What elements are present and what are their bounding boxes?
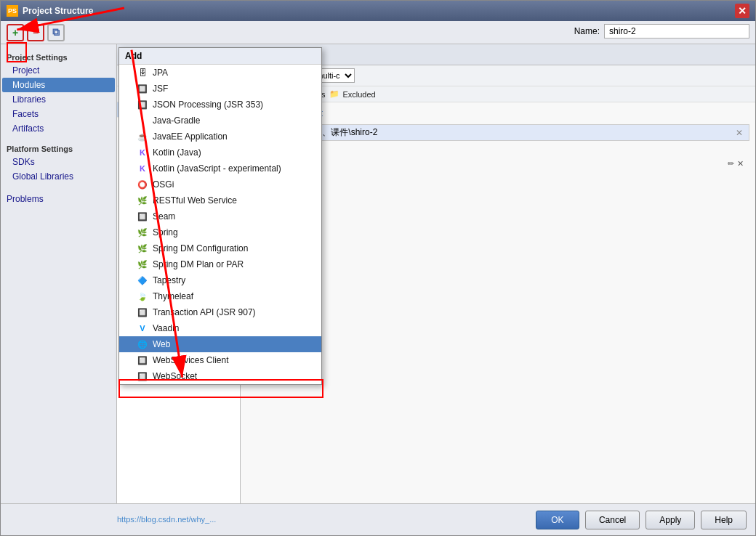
window-title: Project Structure	[23, 6, 735, 16]
footer-url-text: https://blog.csdn.net/why_...	[117, 515, 216, 524]
dropdown-item-thymeleaf[interactable]: 🍃 Thymeleaf	[119, 288, 321, 304]
sidebar-item-sdks[interactable]: SDKs	[1, 155, 116, 169]
footer-url: https://blog.csdn.net/why_...	[117, 503, 683, 535]
sidebar-item-global-libraries[interactable]: Global Libraries	[1, 169, 116, 184]
osgi-icon: ⭕	[137, 179, 148, 190]
sidebar: Project Settings Project Modules Librari…	[1, 44, 117, 503]
window-icon: PS	[7, 5, 18, 17]
jpa-icon: 🗄	[137, 67, 148, 78]
spring-dm-plan-icon: 🌿	[137, 259, 148, 270]
excluded-folder-icon: 📁	[329, 89, 339, 99]
help-button[interactable]: Help	[701, 511, 747, 529]
dropdown-item-osgi[interactable]: ⭕ OSGi	[119, 176, 321, 192]
sidebar-item-facets[interactable]: Facets	[1, 107, 116, 121]
toolbar: + − ⧉ Name:	[1, 21, 755, 44]
footer: https://blog.csdn.net/why_... OK Cancel …	[1, 503, 755, 535]
dropdown-item-spring[interactable]: 🌿 Spring	[119, 224, 321, 240]
src-edit-icon[interactable]: ✏	[728, 159, 734, 168]
transaction-api-icon: 🔲	[137, 306, 148, 318]
websocket-icon: 🔲	[137, 370, 148, 382]
dropdown-item-seam[interactable]: 🔲 Seam	[119, 208, 321, 224]
close-root-icon[interactable]: ✕	[736, 128, 743, 138]
add-dropdown: Add 🗄 JPA 🔲 JSF 🔲 JSON Processing (JSR 3…	[118, 47, 322, 385]
thymeleaf-icon: 🍃	[137, 291, 148, 302]
javaee-icon: ☕	[137, 131, 148, 142]
dropdown-item-spring-dm[interactable]: 🌿 Spring DM Configuration	[119, 240, 321, 256]
dropdown-item-jpa[interactable]: 🗄 JPA	[119, 65, 321, 81]
close-button[interactable]: ✕	[735, 4, 749, 18]
webservices-icon: 🔲	[137, 354, 148, 366]
platform-settings-label: Platform Settings	[1, 142, 116, 155]
dropdown-item-transaction-api[interactable]: 🔲 Transaction API (JSR 907)	[119, 304, 321, 320]
title-bar: PS Project Structure ✕	[1, 1, 755, 21]
kotlin-js-icon: K	[137, 163, 148, 174]
dropdown-item-web[interactable]: 🌐 Web	[119, 336, 321, 352]
spring-dm-icon: 🌿	[137, 243, 148, 254]
jsf-icon: 🔲	[137, 83, 148, 94]
add-dropdown-header: Add	[119, 48, 321, 65]
name-input[interactable]	[604, 24, 749, 38]
json-icon: 🔲	[137, 99, 148, 110]
dropdown-item-javaee[interactable]: ☕ JavaEE Application	[119, 129, 321, 145]
dropdown-item-spring-dm-plan[interactable]: 🌿 Spring DM Plan or PAR	[119, 256, 321, 272]
excluded-tag[interactable]: 📁 Excluded	[329, 89, 375, 99]
main-content: Project Settings Project Modules Librari…	[1, 44, 755, 503]
dropdown-item-websocket[interactable]: 🔲 WebSocket	[119, 368, 321, 384]
sidebar-item-problems[interactable]: Problems	[1, 190, 116, 206]
project-settings-label: Project Settings	[1, 50, 116, 63]
sidebar-item-libraries[interactable]: Libraries	[1, 92, 116, 107]
dropdown-item-kotlin-js[interactable]: K Kotlin (JavaScript - experimental)	[119, 161, 321, 176]
src-delete-icon[interactable]: ✕	[737, 159, 744, 168]
project-structure-window: PS Project Structure ✕ + − ⧉ Name: Proje…	[0, 0, 756, 536]
remove-button[interactable]: −	[27, 24, 44, 41]
sidebar-item-modules[interactable]: Modules	[2, 78, 115, 92]
dropdown-item-kotlin-java[interactable]: K Kotlin (Java)	[119, 145, 321, 161]
dropdown-item-restful[interactable]: 🌿 RESTful Web Service	[119, 192, 321, 208]
web-icon: 🌐	[137, 338, 148, 350]
dropdown-item-java-gradle[interactable]: Java-Gradle	[119, 113, 321, 129]
name-area: Name:	[574, 24, 749, 38]
dropdown-item-json[interactable]: 🔲 JSON Processing (JSR 353)	[119, 97, 321, 113]
sidebar-item-project[interactable]: Project	[1, 63, 116, 78]
dropdown-item-tapestry[interactable]: 🔷 Tapestry	[119, 272, 321, 288]
vaadin-icon: V	[137, 322, 148, 334]
dropdown-item-jsf[interactable]: 🔲 JSF	[119, 81, 321, 97]
java-gradle-icon	[137, 115, 148, 126]
restful-icon: 🌿	[137, 195, 148, 206]
copy-button[interactable]: ⧉	[47, 24, 65, 41]
add-button[interactable]: +	[7, 24, 24, 41]
dropdown-item-vaadin[interactable]: V Vaadin	[119, 320, 321, 336]
kotlin-java-icon: K	[137, 147, 148, 158]
name-label: Name:	[574, 26, 600, 36]
spring-icon: 🌿	[137, 227, 148, 238]
sidebar-item-artifacts[interactable]: Artifacts	[1, 121, 116, 136]
tapestry-icon: 🔷	[137, 275, 148, 286]
dropdown-item-webservices[interactable]: 🔲 WebServices Client	[119, 352, 321, 368]
seam-icon: 🔲	[137, 211, 148, 222]
